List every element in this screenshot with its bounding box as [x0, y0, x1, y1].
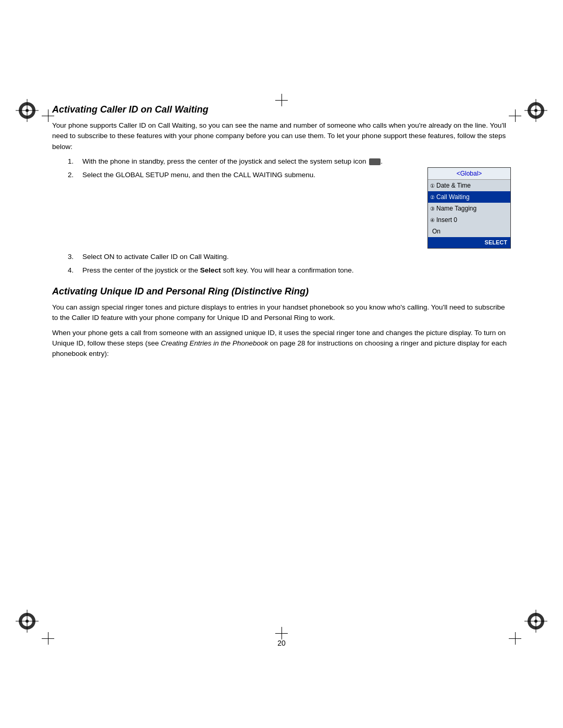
step4: 4. Press the center of the joystick or t… — [68, 265, 511, 276]
step3-text: Select ON to activate Caller ID on Call … — [82, 252, 511, 262]
select-bold: Select — [200, 266, 221, 274]
section2-para1: You can assign special ringer tones and … — [52, 302, 511, 324]
section1-intro: Your phone supports Caller ID on Call Wa… — [52, 120, 511, 152]
phone-menu-screenshot: <Global> ① Date & Time ② Call Waiting ③ — [427, 167, 511, 249]
phone-menu-item-2-selected: ② Call Waiting — [428, 191, 510, 203]
phone-menu-item-3: ③ Name Tagging — [428, 203, 510, 214]
step1-text: With the phone in standby, press the cen… — [82, 156, 511, 167]
phone-menu-item-1: ① Date & Time — [428, 180, 510, 191]
section1-steps: 1. With the phone in standby, press the … — [68, 156, 511, 276]
reg-mark-bl-outer — [16, 610, 39, 634]
step2-num: 2. — [68, 170, 78, 249]
step2: 2. <Global> ① Date & Time ② Call W — [68, 170, 511, 249]
section2-title: Activating Unique ID and Personal Ring (… — [52, 286, 511, 297]
phone-menu-value: On — [428, 226, 510, 237]
section1-title: Activating Caller ID on Call Waiting — [52, 104, 511, 115]
section2: Activating Unique ID and Personal Ring (… — [52, 286, 511, 359]
step3: 3. Select ON to activate Caller ID on Ca… — [68, 252, 511, 262]
section2-para2: When your phone gets a call from someone… — [52, 328, 511, 360]
reg-mark-tr-outer — [524, 99, 547, 124]
section1: Activating Caller ID on Call Waiting You… — [52, 104, 511, 276]
reg-mark-br-outer — [524, 610, 547, 634]
step1: 1. With the phone in standby, press the … — [68, 156, 511, 167]
step4-text: Press the center of the joystick or the … — [82, 265, 511, 276]
phone-menu-item-4: ④ Insert 0 — [428, 214, 510, 226]
phone-menu-header: <Global> — [428, 168, 510, 180]
step3-num: 3. — [68, 252, 78, 262]
phone-menu-footer: SELECT — [428, 237, 510, 248]
step1-num: 1. — [68, 156, 78, 167]
page-number: 20 — [277, 639, 286, 647]
step2-text: <Global> ① Date & Time ② Call Waiting ③ — [82, 170, 511, 249]
setup-icon — [369, 158, 381, 165]
reg-mark-tl-outer — [16, 99, 39, 122]
step4-num: 4. — [68, 265, 78, 276]
phonebook-link: Creating Entries in the Phonebook — [161, 339, 268, 347]
